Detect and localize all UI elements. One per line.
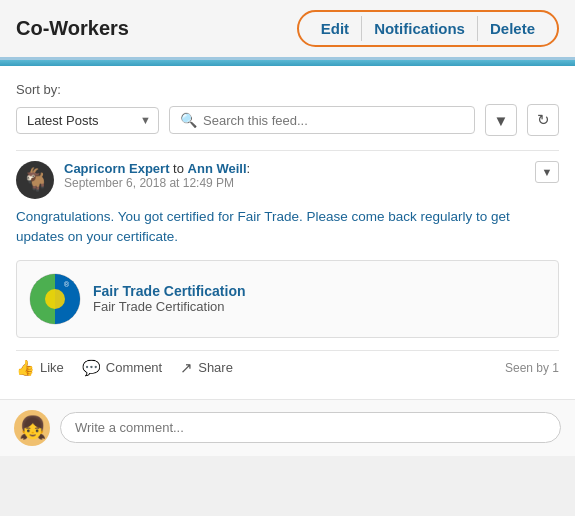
- like-label: Like: [40, 360, 64, 375]
- search-wrapper: 🔍: [169, 106, 475, 134]
- search-icon: 🔍: [180, 112, 197, 128]
- comment-label: Comment: [106, 360, 162, 375]
- header-action-buttons: Edit Notifications Delete: [297, 10, 559, 47]
- sort-select[interactable]: Latest Posts Most Liked Most Commented: [16, 107, 159, 134]
- filter-icon: ▼: [494, 112, 509, 129]
- comment-input[interactable]: [60, 412, 561, 443]
- refresh-button[interactable]: ↻: [527, 104, 559, 136]
- page-header: Co-Workers Edit Notifications Delete: [0, 0, 575, 60]
- notifications-button[interactable]: Notifications: [361, 16, 478, 41]
- post-body-text: Congratulations. You got certified for F…: [16, 209, 510, 244]
- avatar: 🐐: [16, 161, 54, 199]
- comment-area: 👧: [0, 399, 575, 456]
- share-button[interactable]: ↗ Share: [180, 359, 233, 377]
- fair-trade-subtitle: Fair Trade Certification: [93, 299, 245, 314]
- seen-by-label: Seen by 1: [505, 361, 559, 375]
- post-author-line: Capricorn Expert to Ann Weill:: [64, 161, 250, 176]
- post-to-label: to: [173, 161, 184, 176]
- like-button[interactable]: 👍 Like: [16, 359, 64, 377]
- chevron-down-icon: ▼: [542, 166, 553, 178]
- post-header-left: 🐐 Capricorn Expert to Ann Weill: Septemb…: [16, 161, 250, 199]
- avatar-icon: 🐐: [22, 169, 49, 191]
- comment-icon: 💬: [82, 359, 101, 377]
- fair-trade-logo: ®: [29, 273, 81, 325]
- refresh-icon: ↻: [537, 111, 550, 129]
- delete-button[interactable]: Delete: [478, 16, 547, 41]
- main-content: Sort by: Latest Posts Most Liked Most Co…: [0, 66, 575, 456]
- page-title: Co-Workers: [16, 17, 129, 40]
- sort-by-section: Sort by:: [16, 80, 559, 98]
- fair-trade-info: Fair Trade Certification Fair Trade Cert…: [93, 283, 245, 314]
- post-recipient-link[interactable]: Ann Weill: [188, 161, 247, 176]
- user-avatar-icon: 👧: [19, 415, 46, 441]
- post-author-link[interactable]: Capricorn Expert: [64, 161, 169, 176]
- sort-row: Latest Posts Most Liked Most Commented ▼…: [16, 104, 559, 136]
- comment-avatar: 👧: [14, 410, 50, 446]
- svg-point-1: [45, 289, 65, 309]
- post-header: 🐐 Capricorn Expert to Ann Weill: Septemb…: [16, 161, 559, 199]
- actions-bar: 👍 Like 💬 Comment ↗ Share Seen by 1: [16, 350, 559, 385]
- like-icon: 👍: [16, 359, 35, 377]
- sort-select-wrapper: Latest Posts Most Liked Most Commented ▼: [16, 107, 159, 134]
- search-input[interactable]: [203, 113, 464, 128]
- share-label: Share: [198, 360, 233, 375]
- share-icon: ↗: [180, 359, 193, 377]
- fair-trade-card[interactable]: ® Fair Trade Certification Fair Trade Ce…: [16, 260, 559, 338]
- edit-button[interactable]: Edit: [309, 16, 361, 41]
- post-container: 🐐 Capricorn Expert to Ann Weill: Septemb…: [16, 150, 559, 385]
- main-panel: Sort by: Latest Posts Most Liked Most Co…: [0, 66, 575, 399]
- post-dropdown-button[interactable]: ▼: [535, 161, 559, 183]
- filter-button[interactable]: ▼: [485, 104, 517, 136]
- svg-text:®: ®: [64, 281, 70, 288]
- fair-trade-title: Fair Trade Certification: [93, 283, 245, 299]
- sort-label: Sort by:: [16, 82, 61, 97]
- post-body: Congratulations. You got certified for F…: [16, 207, 559, 248]
- post-date: September 6, 2018 at 12:49 PM: [64, 176, 250, 190]
- comment-button[interactable]: 💬 Comment: [82, 359, 162, 377]
- post-meta: Capricorn Expert to Ann Weill: September…: [64, 161, 250, 190]
